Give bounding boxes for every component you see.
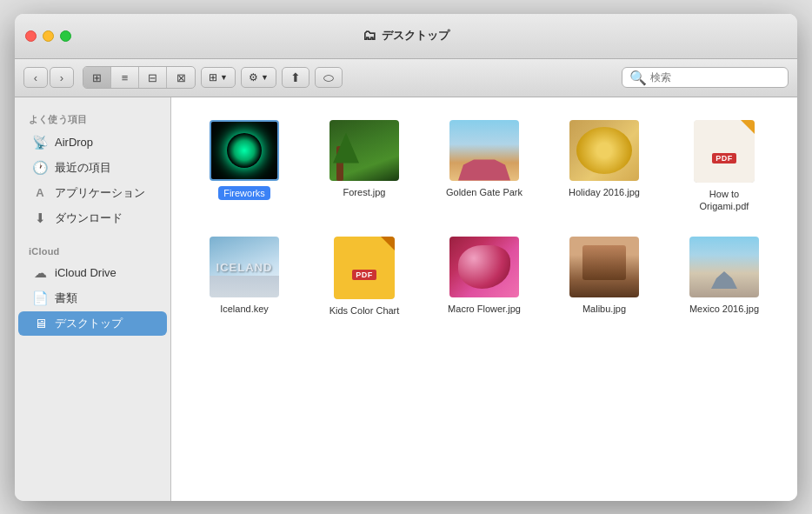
action-button[interactable]: ⚙ ▼ (241, 67, 276, 88)
titlebar: 🗂 デスクトップ (15, 14, 797, 59)
file-item[interactable]: Fireworks (189, 115, 300, 218)
file-item[interactable]: Forest.jpg (309, 115, 420, 218)
desktop-icon: 🖥 (32, 316, 48, 330)
file-thumbnail: PDF (334, 237, 395, 299)
file-thumbnail (569, 237, 639, 297)
file-name: Malibu.jpg (582, 303, 626, 315)
iceland-label: ICELAND (216, 261, 273, 274)
file-thumbnail (210, 120, 279, 181)
downloads-icon: ⬇ (32, 210, 48, 226)
action-chevron-icon: ▼ (261, 73, 269, 82)
file-item[interactable]: PDF Kids Color Chart (309, 231, 420, 322)
file-name: Macro Flower.jpg (448, 303, 521, 315)
file-thumbnail (689, 237, 759, 297)
sidebar: よく使う項目 📡 AirDrop 🕐 最近の項目 A アプリケーション ⬇ ダウ… (15, 97, 171, 501)
file-item[interactable]: ICELAND Iceland.key (189, 231, 300, 322)
books-icon: 📄 (32, 290, 48, 306)
gallery-view-icon: ⊠ (176, 71, 186, 84)
maximize-button[interactable] (60, 30, 71, 42)
pdf-badge: PDF (352, 270, 376, 280)
gear-icon: ⚙ (249, 71, 258, 83)
file-thumbnail (569, 120, 639, 181)
forward-icon: › (60, 71, 63, 84)
forward-button[interactable]: › (50, 67, 74, 88)
tag-button[interactable]: ⬭ (315, 67, 343, 88)
sidebar-item-applications[interactable]: A アプリケーション (18, 181, 167, 205)
applications-icon: A (32, 186, 48, 199)
file-item[interactable]: Holiday 2016.jpg (549, 115, 660, 218)
group-chevron-icon: ▼ (220, 73, 228, 82)
group-icon: ⊞ (209, 71, 217, 83)
favorites-section-label: よく使う項目 (15, 106, 170, 130)
nav-buttons: ‹ › (23, 67, 74, 88)
file-name: How to Origami.pdf (700, 188, 749, 213)
finder-window: 🗂 デスクトップ ‹ › ⊞ ≡ ⊟ ⊠ (15, 14, 797, 501)
file-item[interactable]: Malibu.jpg (549, 231, 660, 322)
file-item[interactable]: PDF How to Origami.pdf (669, 115, 780, 218)
icloud-section-label: iCloud (15, 239, 170, 260)
pdf-doc-yellow: PDF (334, 237, 395, 299)
sidebar-item-label: アプリケーション (55, 185, 145, 201)
minimize-button[interactable] (43, 30, 54, 42)
sidebar-item-downloads[interactable]: ⬇ ダウンロード (18, 206, 167, 230)
window-title: デスクトップ (382, 28, 449, 43)
file-item[interactable]: Mexico 2016.jpg (669, 231, 780, 322)
list-view-icon: ≡ (122, 71, 129, 84)
sidebar-item-label: 最近の項目 (55, 160, 111, 176)
pdf-badge: PDF (712, 153, 736, 164)
folder-icon: 🗂 (363, 28, 376, 43)
file-thumbnail: PDF (694, 120, 755, 183)
file-grid: Fireworks Forest.jpg Golden Gate Park Ho… (171, 97, 797, 501)
pdf-doc: PDF (694, 120, 755, 183)
search-box[interactable]: 🔍 (622, 67, 789, 88)
file-thumbnail (449, 237, 519, 297)
file-thumbnail (329, 120, 399, 181)
sidebar-item-airdrop[interactable]: 📡 AirDrop (18, 130, 167, 155)
file-name: Holiday 2016.jpg (569, 186, 640, 198)
sidebar-item-desktop[interactable]: 🖥 デスクトップ (18, 311, 167, 336)
sidebar-item-label: ダウンロード (55, 210, 123, 226)
share-button[interactable]: ⬆ (282, 67, 309, 88)
share-icon: ⬆ (290, 70, 301, 84)
sidebar-item-label: デスクトップ (55, 316, 123, 331)
file-name: Golden Gate Park (446, 186, 522, 198)
window-title-area: 🗂 デスクトップ (363, 28, 449, 43)
group-button[interactable]: ⊞ ▼ (201, 67, 236, 88)
list-view-button[interactable]: ≡ (111, 67, 139, 88)
view-buttons: ⊞ ≡ ⊟ ⊠ (83, 66, 196, 89)
sidebar-item-label: 書類 (55, 290, 77, 306)
tag-icon: ⬭ (323, 70, 334, 85)
recents-icon: 🕐 (32, 160, 48, 176)
airdrop-icon: 📡 (32, 135, 48, 150)
icon-view-button[interactable]: ⊞ (83, 67, 111, 88)
file-name: Kids Color Chart (329, 304, 400, 317)
file-thumbnail: ICELAND (210, 237, 279, 297)
icon-view-icon: ⊞ (92, 71, 102, 84)
traffic-lights (25, 30, 71, 42)
file-name: Iceland.key (220, 303, 269, 315)
toolbar: ‹ › ⊞ ≡ ⊟ ⊠ ⊞ ▼ ⚙ ▼ (15, 59, 797, 97)
sidebar-item-recents[interactable]: 🕐 最近の項目 (18, 156, 167, 180)
sidebar-item-label: iCloud Drive (55, 266, 116, 279)
sidebar-item-icloud-drive[interactable]: ☁ iCloud Drive (18, 261, 167, 285)
file-name: Fireworks (218, 186, 270, 200)
file-item[interactable]: Golden Gate Park (429, 115, 540, 218)
file-name: Mexico 2016.jpg (689, 303, 759, 315)
close-button[interactable] (25, 30, 37, 42)
sidebar-item-label: AirDrop (55, 136, 93, 149)
search-icon: 🔍 (629, 70, 647, 86)
column-view-button[interactable]: ⊟ (139, 67, 167, 88)
search-input[interactable] (650, 71, 781, 83)
file-thumbnail (449, 120, 519, 181)
icloud-icon: ☁ (32, 265, 48, 281)
back-icon: ‹ (34, 71, 37, 84)
main-content: よく使う項目 📡 AirDrop 🕐 最近の項目 A アプリケーション ⬇ ダウ… (15, 97, 797, 501)
file-item[interactable]: Macro Flower.jpg (429, 231, 540, 322)
file-name: Forest.jpg (343, 186, 386, 198)
back-button[interactable]: ‹ (23, 67, 48, 88)
column-view-icon: ⊟ (148, 71, 157, 84)
sidebar-item-books[interactable]: 📄 書類 (18, 286, 167, 310)
gallery-view-button[interactable]: ⊠ (167, 67, 195, 88)
